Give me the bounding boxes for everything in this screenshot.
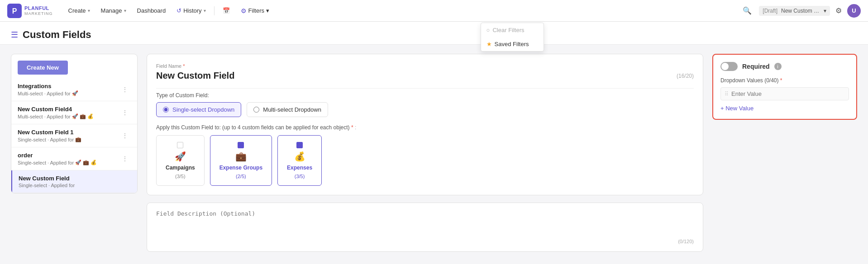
required-panel: Required i Dropdown Values (0/40) * ⠿ + … (712, 54, 857, 120)
topnav-right: 🔍 [Draft] New Custom Field ▾ ⚙ U (741, 4, 861, 18)
filter-dropdown: ○ Clear Filters ★ Saved Filters (481, 23, 544, 52)
avatar[interactable]: U (847, 4, 861, 18)
nav-items: Create ▾ Manage ▾ Dashboard ↺ History ▾ … (64, 5, 741, 17)
history-icon: ↺ (176, 7, 181, 14)
saved-filters-item[interactable]: ★ Saved Filters (481, 37, 544, 51)
sidebar-item-integrations[interactable]: Integrations Multi-select · Applied for … (11, 78, 137, 101)
expenses-icon: 💰 (294, 151, 305, 162)
top-navigation: P planful MARKETING Create ▾ Manage ▾ Da… (0, 0, 868, 22)
expense-groups-checkbox[interactable] (238, 142, 244, 148)
draft-selector[interactable]: [Draft] New Custom Field ▾ (759, 6, 830, 16)
toggle-knob (721, 63, 729, 70)
chevron-down-icon: ▾ (824, 8, 826, 14)
clear-filters-item[interactable]: ○ Clear Filters (481, 23, 544, 37)
briefcase-icon: 💼 (80, 113, 86, 119)
page-body: Create New Integrations Multi-select · A… (0, 45, 868, 264)
field-name-section: Field Name * (16/20) (156, 63, 694, 81)
briefcase-icon: 💼 (83, 160, 89, 165)
chevron-down-icon: ▾ (124, 8, 126, 13)
chevron-down-icon: ▾ (204, 8, 206, 13)
star-icon: ★ (486, 41, 492, 47)
more-options-icon[interactable]: ⋮ (119, 85, 131, 94)
chevron-down-icon: ▾ (88, 8, 90, 13)
logo-sub: MARKETING (24, 11, 53, 16)
page-header: ☰ Custom Fields (0, 22, 868, 45)
sidebar-item-custom-field4[interactable]: New Custom Field4 Multi-select · Applied… (11, 101, 137, 124)
planful-logo-icon: P (7, 4, 22, 18)
circle-icon: ○ (486, 27, 490, 33)
required-star: * (351, 124, 353, 131)
logo[interactable]: P planful MARKETING (7, 4, 53, 18)
create-new-button[interactable]: Create New (18, 61, 68, 75)
filters-container: ⚙ Filters ▾ ○ Clear Filters ★ Saved Filt… (236, 5, 274, 17)
description-char-count: (0/120) (156, 239, 694, 244)
info-icon[interactable]: i (774, 63, 782, 70)
settings-icon[interactable]: ⚙ (835, 6, 842, 15)
nav-history[interactable]: ↺ History ▾ (172, 5, 210, 17)
more-options-icon[interactable]: ⋮ (119, 131, 131, 140)
campaigns-icon: 🚀 (175, 151, 186, 162)
money-icon: 💰 (91, 160, 97, 165)
field-panel: Field Name * (16/20) Type of Custom Fiel… (147, 54, 703, 195)
required-row: Required i (720, 62, 849, 71)
field-name-label: Field Name * (156, 63, 694, 69)
chevron-down-icon: ▾ (266, 7, 269, 14)
sidebar: Create New Integrations Multi-select · A… (11, 54, 138, 256)
rocket-icon: 🚀 (72, 90, 78, 96)
value-input[interactable] (731, 90, 845, 97)
nav-manage[interactable]: Manage ▾ (96, 5, 131, 17)
campaigns-checkbox[interactable] (177, 142, 183, 148)
sidebar-item-order[interactable]: order Single-select · Applied for 🚀 💼 💰 … (11, 147, 137, 170)
type-section: Type of Custom Field: Single-select Drop… (156, 92, 694, 117)
required-label: Required (742, 63, 770, 70)
sidebar-panel: Create New Integrations Multi-select · A… (11, 54, 138, 193)
dropdown-values-label: Dropdown Values (0/40) * (720, 77, 849, 84)
description-textarea[interactable] (156, 210, 694, 237)
logo-text: planful (24, 5, 53, 11)
apply-section: Apply this Custom Field to: (up to 4 cus… (156, 124, 694, 186)
rocket-icon: 🚀 (75, 160, 81, 165)
more-options-icon[interactable]: ⋮ (119, 154, 131, 163)
nav-create[interactable]: Create ▾ (64, 5, 95, 17)
custom-fields-icon: ☰ (11, 30, 18, 40)
filters-button[interactable]: ⚙ Filters ▾ (236, 5, 274, 17)
type-option-multi[interactable]: Multi-select Dropdown (247, 102, 328, 117)
apply-option-expenses[interactable]: 💰 Expenses (3/5) (277, 135, 322, 186)
apply-options: 🚀 Campaigns (3/5) 💼 Expense Groups (2/5) (156, 135, 694, 186)
type-option-single[interactable]: Single-select Dropdown (156, 102, 241, 117)
required-star: * (183, 63, 185, 69)
type-label: Type of Custom Field: (156, 92, 694, 99)
sidebar-item-new-custom-field[interactable]: New Custom Field Single-select · Applied… (11, 170, 137, 193)
more-options-icon[interactable]: ⋮ (119, 108, 131, 117)
calendar-icon: 📅 (223, 7, 230, 14)
right-panel: Required i Dropdown Values (0/40) * ⠿ + … (712, 54, 857, 256)
required-star: * (780, 77, 782, 84)
sidebar-item-custom-field1[interactable]: New Custom Field 1 Single-select · Appli… (11, 124, 137, 147)
filter-icon: ⚙ (241, 7, 247, 14)
svg-text:P: P (12, 7, 17, 15)
page-title: Custom Fields (23, 29, 91, 41)
type-options: Single-select Dropdown Multi-select Drop… (156, 102, 694, 117)
expenses-checkbox[interactable] (296, 142, 303, 148)
expense-groups-icon: 💼 (235, 151, 247, 162)
briefcase-icon: 💼 (75, 137, 81, 142)
required-toggle[interactable] (720, 62, 738, 71)
apply-option-expense-groups[interactable]: 💼 Expense Groups (2/5) (210, 135, 272, 186)
apply-label: Apply this Custom Field to: (up to 4 cus… (156, 124, 694, 131)
description-panel: (0/120) (147, 203, 703, 252)
drag-handle-icon[interactable]: ⠿ (725, 91, 729, 97)
apply-option-campaigns[interactable]: 🚀 Campaigns (3/5) (156, 135, 205, 186)
field-name-row: (16/20) (156, 71, 694, 81)
field-name-input[interactable] (156, 71, 677, 81)
money-icon: 💰 (87, 113, 94, 119)
search-icon[interactable]: 🔍 (741, 5, 754, 17)
nav-calendar[interactable]: 📅 (218, 5, 234, 17)
new-value-button[interactable]: + New Value (720, 105, 849, 112)
char-count: (16/20) (677, 73, 694, 79)
rocket-icon: 🚀 (72, 113, 78, 119)
nav-dashboard[interactable]: Dashboard (133, 5, 171, 17)
main-content: Field Name * (16/20) Type of Custom Fiel… (147, 54, 703, 256)
value-input-row: ⠿ (720, 87, 849, 100)
nav-divider (214, 6, 215, 15)
